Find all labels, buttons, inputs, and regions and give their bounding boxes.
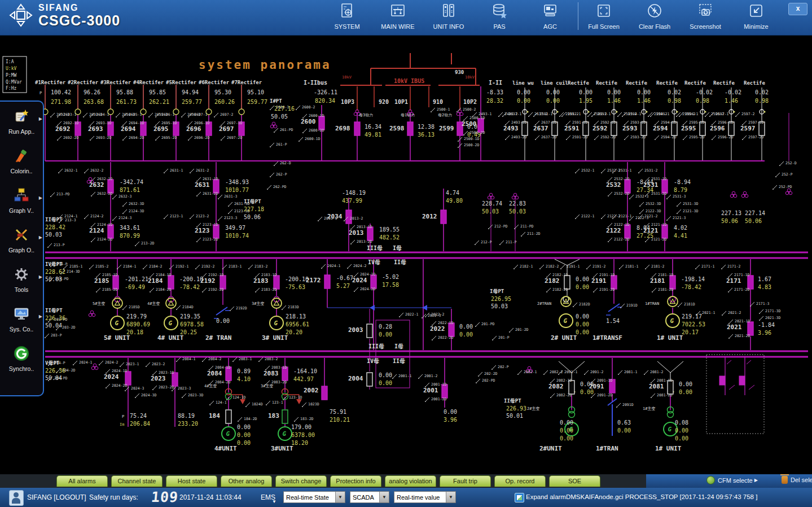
cfm-check-icon — [706, 476, 715, 484]
switch-icon — [51, 113, 55, 116]
switch-icon — [106, 373, 107, 374]
alarm-tab-fault-trip[interactable]: Fault trip — [440, 475, 491, 487]
sidebar-item-sys-co[interactable]: Sys. Co..▶ — [0, 299, 43, 339]
alarm-tab-protection-info[interactable]: Protection info — [330, 475, 381, 487]
schematic-text: 0.98 — [668, 98, 681, 104]
tiny-label: 214-3D — [67, 269, 80, 274]
sidebar-item-run-app[interactable]: Run App..▶ — [0, 102, 43, 141]
tiny-label: 2183-1 — [229, 264, 242, 269]
switch-icon — [510, 328, 513, 331]
schematic-text: 0.02 — [755, 89, 769, 95]
transformer-symbol[interactable] — [112, 298, 122, 308]
logout-link[interactable]: SIFANG [LOGOUT] — [27, 493, 86, 501]
tiny-label: 2637-2D — [541, 135, 556, 139]
switch-icon — [399, 316, 400, 317]
switch-icon — [270, 146, 271, 147]
switch-icon — [183, 394, 186, 397]
switch-icon — [566, 139, 567, 140]
sidebar-item-graph-v[interactable]: Graph V..▶ — [0, 181, 43, 220]
transformer-symbol[interactable] — [166, 298, 176, 308]
breaker-184[interactable] — [226, 410, 231, 423]
switch-icon — [609, 223, 612, 226]
sidebar-item-tools[interactable]: Tools▶ — [0, 260, 43, 299]
tiny-label: 2121-1D — [651, 222, 666, 227]
switch-icon — [593, 277, 594, 278]
transformer-symbol[interactable] — [668, 296, 678, 307]
statusbar-select-real-time-state[interactable]: Real-time State▼ — [283, 491, 345, 503]
tiny-label: 2693-2D — [96, 136, 111, 140]
window-control-full-screen[interactable]: Full Screen — [581, 2, 627, 30]
alarm-tab-channel-state[interactable]: Channel state — [111, 475, 163, 487]
tiny-label: 2493-2D — [511, 135, 526, 139]
main-wire-icon — [389, 2, 406, 21]
switch-icon — [472, 116, 473, 117]
switch-icon — [113, 216, 117, 220]
tiny-label: 2001-2 — [424, 374, 438, 378]
alarm-tab-all-alarms[interactable]: All alarms — [56, 475, 108, 487]
switch-icon — [505, 124, 506, 125]
switch-icon — [222, 121, 225, 125]
breaker-2012[interactable] — [441, 210, 446, 224]
schematic-text: 94.94 — [182, 89, 199, 95]
cfm-selected-button[interactable]: CFM selecte ▶ — [706, 476, 758, 484]
switch-icon — [256, 273, 260, 277]
delete-selected-button[interactable]: Del sele — [782, 476, 812, 484]
measurement-value: 0.00 — [379, 372, 392, 378]
full-screen-icon — [595, 2, 612, 21]
breaker-2004[interactable] — [367, 373, 372, 386]
alarm-tab-host-state[interactable]: Host state — [166, 475, 217, 487]
tiny-label: 252-PD — [779, 185, 792, 189]
sidebar-item-graph-o[interactable]: Graph O..▶ — [0, 220, 43, 260]
sys-config-icon — [13, 305, 30, 325]
breaker-183[interactable] — [282, 410, 288, 423]
nav-item-pas[interactable]: PAS — [476, 2, 523, 30]
measurement-value: -198.14 — [681, 276, 705, 282]
breaker-2003[interactable] — [367, 324, 372, 338]
expand-alarm-icon[interactable] — [515, 493, 524, 502]
switch-icon — [620, 265, 624, 268]
alarm-tab-analog-violation[interactable]: analog violation — [385, 475, 436, 487]
select-value: Real-time State — [284, 494, 335, 501]
flow-arrow-icon — [370, 305, 375, 311]
statusbar-select-scada[interactable]: SCADA▼ — [350, 491, 389, 503]
breaker-2172[interactable] — [324, 275, 330, 289]
window-control-screenshot[interactable]: Screenshot — [682, 2, 728, 30]
alarm-tab-other-analog[interactable]: Other analog — [221, 475, 272, 487]
nav-item-unit-info[interactable]: UNIT INFO — [425, 2, 472, 30]
tiny-label: 2595-1D — [689, 120, 704, 125]
breaker-2598[interactable] — [407, 122, 413, 136]
sidebar-item-synchro[interactable]: Synchro.. — [0, 339, 43, 378]
window-control-minimize[interactable]: Minimize — [733, 2, 779, 30]
schematic-text: II母PT — [504, 398, 521, 404]
switch-icon — [190, 172, 191, 173]
nav-item-main-wire[interactable]: MAIN WIRE — [375, 2, 421, 30]
user-avatar[interactable] — [9, 490, 24, 506]
switch-icon — [730, 334, 733, 338]
switch-icon — [112, 198, 113, 199]
breaker-label: 2695 — [153, 125, 169, 133]
statusbar-select-real-time-value[interactable]: Real-time value▼ — [394, 491, 456, 503]
switch-icon — [459, 143, 462, 147]
breaker-bar[interactable] — [719, 376, 725, 385]
switch-icon — [666, 220, 668, 221]
alarm-tab-op-record[interactable]: Op. record — [494, 475, 546, 487]
window-control-clear-flash[interactable]: Clear Flash — [631, 2, 678, 30]
breaker-2002[interactable] — [322, 386, 327, 400]
device-dot — [616, 111, 617, 112]
switch-icon — [751, 302, 754, 305]
transformer-symbol[interactable] — [271, 298, 282, 308]
switch-icon — [559, 116, 560, 117]
tiny-label: 252-P — [782, 172, 793, 177]
alarm-tab-switch-change[interactable]: Switch change — [275, 475, 327, 487]
sidebar-item-colorin[interactable]: Colorin.. — [0, 141, 43, 181]
nav-item-system[interactable]: SYSTEM — [324, 2, 370, 30]
nav-item-agc[interactable]: AGC — [527, 2, 573, 30]
tiny-label: 2600-1D — [309, 113, 324, 118]
breaker-2698[interactable] — [354, 122, 360, 136]
close-button[interactable]: x — [788, 3, 807, 15]
schematic-canvas[interactable]: 26922692-12692-22692-1D2692-2D26932693-1… — [0, 0, 812, 507]
transformer-symbol[interactable] — [561, 296, 571, 307]
breaker-bar[interactable] — [739, 376, 745, 385]
alarm-tab-soe[interactable]: SOE — [549, 475, 600, 487]
schematic-text: 母1动力 — [401, 113, 415, 117]
